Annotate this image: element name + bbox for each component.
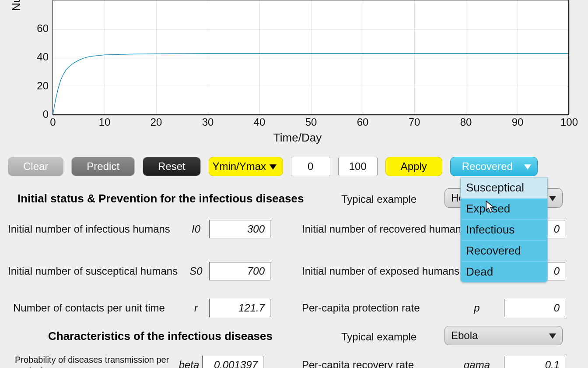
curve-select[interactable]: Recovered — [450, 157, 538, 176]
i0-input[interactable]: 300 — [209, 220, 270, 238]
chart: Number of recovered 01020304050607080901… — [13, 0, 582, 145]
dropdown-option-infectious[interactable]: Infectious — [461, 219, 547, 241]
yrange-select[interactable]: Ymin/Ymax — [209, 157, 283, 176]
characteristics-heading: Characteristics of the infectious diseas… — [48, 329, 273, 343]
x-tick: 30 — [202, 116, 214, 128]
ymax-input[interactable]: 100 — [338, 157, 378, 176]
chevron-down-icon — [270, 164, 276, 170]
x-tick: 40 — [254, 116, 266, 128]
y-tick: 0 — [43, 108, 49, 120]
x-tick: 50 — [305, 116, 317, 128]
param-r: Number of contacts per unit time r 121.7 — [13, 298, 293, 318]
typical-example-1: Typical example — [341, 189, 416, 209]
x-tick: 60 — [357, 116, 369, 128]
chevron-down-icon — [549, 196, 556, 201]
x-tick: 20 — [150, 116, 162, 128]
dropdown-option-susceptical[interactable]: Susceptical — [461, 177, 547, 198]
disease-select[interactable]: Ebola — [444, 326, 563, 345]
y-tick: 40 — [37, 51, 49, 63]
y-tick: 20 — [37, 80, 49, 92]
p-input[interactable]: 0 — [504, 299, 565, 317]
ymin-input[interactable]: 0 — [291, 157, 330, 176]
gama-input[interactable]: 0.1 — [504, 356, 565, 368]
chevron-down-icon — [549, 333, 556, 339]
typical-example-label-2: Typical example — [341, 331, 416, 343]
predict-button[interactable]: Predict — [71, 157, 135, 176]
y-tick: 60 — [37, 22, 49, 35]
typical-example-label: Typical example — [341, 193, 416, 205]
toolbar: Clear Predict Reset Ymin/Ymax 0 100 Appl… — [8, 157, 538, 176]
dropdown-option-dead[interactable]: Dead — [461, 262, 547, 282]
x-axis-label: Time/Day — [273, 131, 322, 145]
x-tick: 70 — [409, 116, 420, 128]
param-p: Per-capita protection rate p 0 — [302, 298, 582, 318]
chevron-down-icon — [524, 164, 531, 170]
y-axis-label-text: Number of recovered — [10, 0, 23, 11]
param-s0: Initial number of susceptical humans S0 … — [8, 261, 288, 281]
param-beta: Probability of diseases transmission per… — [15, 355, 295, 368]
apply-button[interactable]: Apply — [385, 157, 442, 176]
curve-select-dropdown[interactable]: Susceptical Exposed Infectious Recovered… — [460, 177, 548, 283]
y-axis-label: Number of recovered — [10, 0, 23, 11]
beta-input[interactable]: 0.001397 — [202, 356, 263, 368]
x-tick: 10 — [99, 116, 111, 128]
r-input[interactable]: 121.7 — [209, 299, 270, 317]
x-axis-label-text: Time/Day — [273, 131, 322, 144]
clear-button[interactable]: Clear — [8, 157, 63, 176]
dropdown-option-exposed[interactable]: Exposed — [461, 198, 547, 219]
x-tick: 100 — [560, 116, 578, 128]
chart-line-svg — [53, 0, 568, 114]
s0-input[interactable]: 700 — [209, 262, 270, 280]
x-tick: 90 — [512, 116, 524, 128]
dropdown-option-recovered[interactable]: Recovered — [461, 241, 547, 262]
typical-example-2: Typical example — [341, 327, 416, 347]
param-i0: Initial number of infectious humans I0 3… — [8, 219, 288, 239]
x-tick: 0 — [50, 116, 56, 128]
reset-button[interactable]: Reset — [143, 157, 201, 176]
param-gama: Per-capita recovery rate gama 0.1 — [302, 355, 582, 368]
initial-status-heading: Initial status & Prevention for the infe… — [18, 192, 304, 205]
plot-area: 01020304050607080901000204060 — [52, 0, 569, 115]
x-tick: 80 — [460, 116, 472, 128]
